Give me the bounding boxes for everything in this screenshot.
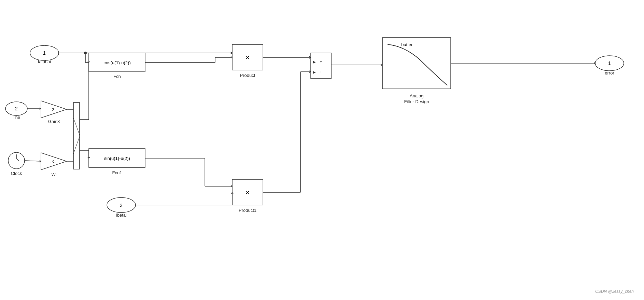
svg-point-75: [84, 52, 87, 54]
svg-text:Fcn1: Fcn1: [112, 170, 122, 175]
svg-text:Ibetai: Ibetai: [116, 213, 127, 218]
svg-text:The: The: [13, 115, 20, 120]
svg-text:▶: ▶: [313, 60, 316, 64]
svg-text:butter: butter: [401, 42, 413, 47]
svg-text:+: +: [320, 69, 322, 74]
svg-text:Fcn: Fcn: [113, 74, 121, 79]
svg-text:+: +: [320, 59, 322, 64]
svg-text:2: 2: [52, 107, 54, 112]
svg-text:▶: ▶: [313, 70, 316, 74]
svg-text:cos(u(1)-u(2)): cos(u(1)-u(2)): [103, 60, 130, 65]
svg-text:3: 3: [120, 203, 123, 208]
svg-text:Wi: Wi: [51, 172, 56, 177]
svg-text:×: ×: [246, 54, 250, 61]
svg-text:sin(u(1)-u(2)): sin(u(1)-u(2)): [104, 156, 130, 161]
svg-text:Analog: Analog: [410, 93, 423, 98]
svg-text:Product1: Product1: [239, 208, 256, 213]
svg-text:Ialphai: Ialphai: [38, 59, 51, 64]
svg-rect-17: [73, 103, 80, 169]
svg-text:1: 1: [608, 60, 611, 66]
svg-text:Gain3: Gain3: [48, 119, 60, 124]
watermark: CSDN @Jessy_chen: [595, 289, 634, 294]
svg-text:error: error: [605, 70, 614, 76]
svg-text:1: 1: [43, 50, 46, 56]
svg-text:Product: Product: [240, 73, 255, 78]
svg-text:Filter Design: Filter Design: [404, 99, 429, 104]
svg-text:×: ×: [246, 189, 250, 196]
svg-text:Clock: Clock: [11, 171, 22, 176]
svg-rect-32: [311, 53, 331, 79]
svg-text:2: 2: [15, 106, 18, 111]
svg-text:-K-: -K-: [50, 160, 56, 164]
